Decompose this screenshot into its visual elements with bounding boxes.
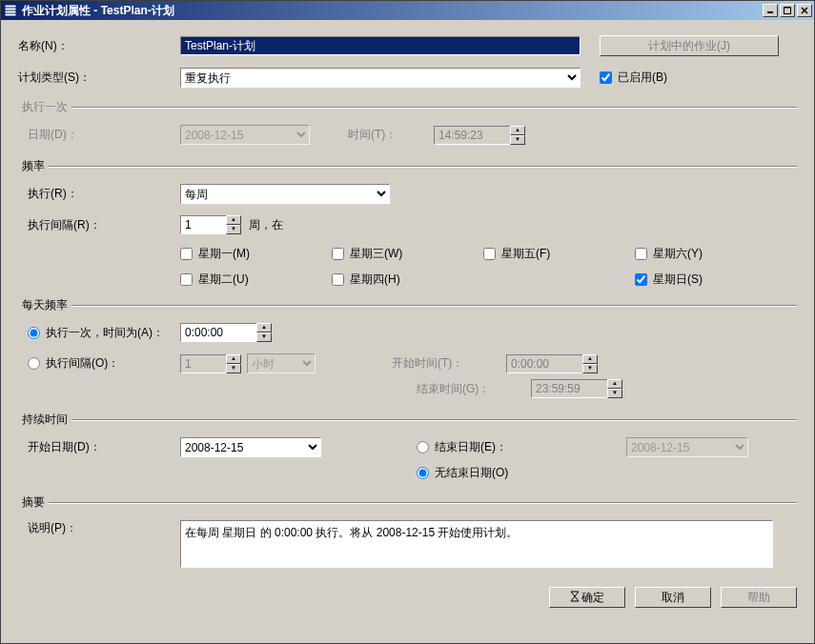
minimize-button[interactable] xyxy=(763,4,778,17)
dialog-content: 名称(N)： 计划中的作业(J) 计划类型(S)： 重复执行 已启用(B) 执行… xyxy=(1,20,814,643)
ok-button[interactable]: 确定 xyxy=(549,587,625,608)
daily-end-spinner: ▲▼ xyxy=(531,379,622,398)
spin-down-icon[interactable]: ▼ xyxy=(226,225,241,234)
occurs-every-radio[interactable]: 执行间隔(O)： xyxy=(18,355,180,372)
spin-down-icon[interactable]: ▼ xyxy=(256,332,272,342)
description-textarea[interactable] xyxy=(180,520,773,568)
name-label: 名称(N)： xyxy=(18,38,180,54)
help-button[interactable]: 帮助 xyxy=(721,587,797,608)
weekday-sun[interactable]: 星期日(S) xyxy=(635,272,771,288)
occurs-every-unit-combo: 小时 xyxy=(247,353,316,373)
group-frequency: 频率 执行(R)： 每周 执行间隔(R)： ▲▼ 周，在 星期一(M) 星期三(… xyxy=(18,158,797,292)
group-execute-once: 执行一次 日期(D)： 2008-12-15 时间(T)： ▲▼ xyxy=(18,99,797,152)
app-icon xyxy=(3,3,18,18)
weekday-wed[interactable]: 星期三(W) xyxy=(332,246,468,262)
spin-up-icon: ▲ xyxy=(582,354,598,364)
spin-up-icon[interactable]: ▲ xyxy=(226,215,241,225)
weekday-fri[interactable]: 星期五(F) xyxy=(483,246,620,262)
weekday-tue[interactable]: 星期二(U) xyxy=(180,272,316,288)
enabled-checkbox[interactable]: 已启用(B) xyxy=(600,70,667,86)
group-daily-frequency: 每天频率 执行一次，时间为(A)： ▲▼ 执行间隔(O)： ▲▼ xyxy=(18,297,797,406)
end-date-picker: 2008-12-15 xyxy=(626,437,748,457)
group-execute-once-legend: 执行一次 xyxy=(18,99,71,115)
cancel-button[interactable]: 取消 xyxy=(635,587,711,608)
window-controls xyxy=(761,4,812,17)
dialog-window: 作业计划属性 - TestPlan-计划 名称(N)： 计划中的作业(J) 计划… xyxy=(0,0,815,644)
once-time-label: 时间(T)： xyxy=(348,127,434,143)
titlebar: 作业计划属性 - TestPlan-计划 xyxy=(1,1,814,20)
window-title: 作业计划属性 - TestPlan-计划 xyxy=(22,3,761,19)
once-time-spinner: ▲▼ xyxy=(434,126,525,145)
description-label: 说明(P)： xyxy=(18,520,180,536)
schedule-type-combo[interactable]: 重复执行 xyxy=(180,68,581,88)
spin-up-icon[interactable]: ▲ xyxy=(256,323,272,332)
once-date-picker: 2008-12-15 xyxy=(180,125,310,145)
execute-label: 执行(R)： xyxy=(18,186,180,202)
daily-start-label: 开始时间(T)： xyxy=(392,355,506,372)
start-date-picker[interactable]: 2008-12-15 xyxy=(180,437,321,457)
jobs-in-schedule-button[interactable]: 计划中的作业(J) xyxy=(600,35,779,56)
spin-down-icon: ▼ xyxy=(510,135,525,145)
group-daily-legend: 每天频率 xyxy=(18,297,71,313)
group-summary-legend: 摘要 xyxy=(18,494,49,511)
spin-up-icon: ▲ xyxy=(226,354,241,364)
end-date-radio[interactable]: 结束日期(E)： xyxy=(417,439,626,455)
weekday-sat[interactable]: 星期六(Y) xyxy=(635,246,771,262)
spin-up-icon: ▲ xyxy=(607,379,622,389)
daily-start-spinner: ▲▼ xyxy=(506,354,598,373)
maximize-button[interactable] xyxy=(780,4,795,17)
spin-down-icon: ▼ xyxy=(607,389,622,398)
schedule-type-label: 计划类型(S)： xyxy=(18,70,180,86)
spin-up-icon: ▲ xyxy=(510,126,525,135)
spin-down-icon: ▼ xyxy=(226,364,241,373)
weekday-mon[interactable]: 星期一(M) xyxy=(180,246,316,262)
group-frequency-legend: 频率 xyxy=(18,158,49,174)
hourglass-icon xyxy=(570,591,580,605)
enabled-checkbox-input[interactable] xyxy=(600,71,612,84)
occurs-once-time-spinner[interactable]: ▲▼ xyxy=(180,323,272,342)
occurs-every-n-spinner: ▲▼ xyxy=(180,354,241,373)
button-bar: 确定 取消 帮助 xyxy=(18,581,797,608)
group-duration-legend: 持续时间 xyxy=(18,412,71,428)
execute-combo[interactable]: 每周 xyxy=(180,184,390,204)
occurs-once-radio[interactable]: 执行一次，时间为(A)： xyxy=(18,325,180,341)
once-date-label: 日期(D)： xyxy=(18,127,180,143)
weekday-thu[interactable]: 星期四(H) xyxy=(332,272,468,288)
start-date-label: 开始日期(D)： xyxy=(18,439,180,455)
close-button[interactable] xyxy=(797,4,812,17)
daily-end-label: 结束时间(G)： xyxy=(417,381,531,397)
group-duration: 持续时间 开始日期(D)： 2008-12-15 结束日期(E)： 2008-1… xyxy=(18,412,797,489)
week-suffix-label: 周，在 xyxy=(249,217,283,233)
no-end-date-radio[interactable]: 无结束日期(O) xyxy=(417,465,508,481)
recur-weeks-spinner[interactable]: ▲▼ xyxy=(180,215,241,234)
svg-rect-5 xyxy=(784,8,791,14)
group-summary: 摘要 说明(P)： xyxy=(18,494,797,575)
recur-every-label: 执行间隔(R)： xyxy=(18,217,180,233)
spin-down-icon: ▼ xyxy=(582,364,598,373)
enabled-label: 已启用(B) xyxy=(618,70,667,86)
name-input[interactable] xyxy=(180,36,581,55)
